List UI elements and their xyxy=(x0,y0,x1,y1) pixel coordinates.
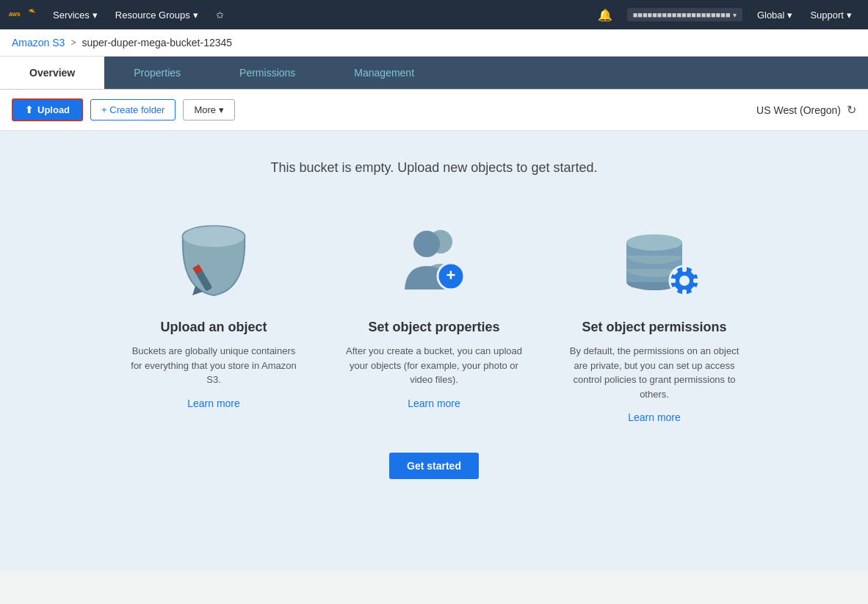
upload-object-icon xyxy=(162,212,265,308)
refresh-icon[interactable]: ↻ xyxy=(847,103,856,117)
nav-global[interactable]: Global ▾ xyxy=(750,0,800,29)
create-folder-button[interactable]: + Create folder xyxy=(90,99,176,121)
cards-container: Upload an object Buckets are globally un… xyxy=(15,212,853,423)
tab-management[interactable]: Management xyxy=(325,57,444,89)
svg-point-16 xyxy=(626,234,682,251)
tab-overview[interactable]: Overview xyxy=(0,57,104,89)
get-started-row: Get started xyxy=(15,453,853,479)
region-label: US West (Oregon) ↻ xyxy=(756,103,856,117)
set-permissions-icon xyxy=(603,212,706,308)
more-button[interactable]: More ▾ xyxy=(183,99,235,121)
svg-text:aws: aws xyxy=(9,11,21,18)
svg-rect-19 xyxy=(682,266,687,272)
chevron-down-icon: ▾ xyxy=(787,10,792,21)
card-upload-title: Upload an object xyxy=(160,320,267,335)
svg-text:+: + xyxy=(446,266,456,284)
card-properties: + Set object properties After you create… xyxy=(346,212,522,423)
aws-logo[interactable]: aws xyxy=(9,6,37,24)
empty-message: This bucket is empty. Upload new objects… xyxy=(15,160,853,176)
action-bar: ⬆ Upload + Create folder More ▾ US West … xyxy=(0,90,868,131)
card-upload-desc: Buckets are globally unique containers f… xyxy=(126,344,302,387)
chevron-down-icon: ▾ xyxy=(193,10,198,21)
svg-rect-20 xyxy=(682,290,687,295)
account-selector[interactable]: ■■■■■■■■■■■■■■■■■■■■ ▾ xyxy=(627,8,742,21)
breadcrumb-separator: > xyxy=(70,37,76,48)
tab-permissions[interactable]: Permissions xyxy=(210,57,325,89)
card-permissions: Set object permissions By default, the p… xyxy=(566,212,742,423)
top-nav: aws Services ▾ Resource Groups ▾ ✩ 🔔 ■■■… xyxy=(0,0,868,29)
tab-properties[interactable]: Properties xyxy=(104,57,210,89)
chevron-down-icon: ▾ xyxy=(219,104,224,115)
star-icon: ✩ xyxy=(216,10,224,21)
card-properties-title: Set object properties xyxy=(368,320,499,335)
nav-support[interactable]: Support ▾ xyxy=(803,0,859,29)
svg-point-18 xyxy=(679,276,690,286)
svg-rect-22 xyxy=(693,278,699,283)
chevron-down-icon: ▾ xyxy=(93,10,98,21)
nav-services[interactable]: Services ▾ xyxy=(46,0,105,29)
svg-point-2 xyxy=(183,226,245,247)
upload-button[interactable]: ⬆ Upload xyxy=(12,98,83,121)
learn-more-upload[interactable]: Learn more xyxy=(187,398,240,409)
nav-resource-groups[interactable]: Resource Groups ▾ xyxy=(108,0,206,29)
get-started-button[interactable]: Get started xyxy=(389,453,479,479)
main-content: This bucket is empty. Upload new objects… xyxy=(0,131,868,572)
upload-icon: ⬆ xyxy=(25,104,33,115)
nav-bookmarks[interactable]: ✩ xyxy=(209,0,231,29)
svg-rect-21 xyxy=(670,278,676,283)
card-permissions-desc: By default, the permissions on an object… xyxy=(566,344,742,401)
set-properties-icon: + xyxy=(383,212,485,308)
chevron-down-icon: ▾ xyxy=(847,10,852,21)
breadcrumb-s3-link[interactable]: Amazon S3 xyxy=(12,37,65,48)
notifications-bell[interactable]: 🔔 xyxy=(598,8,612,22)
learn-more-permissions[interactable]: Learn more xyxy=(628,411,681,423)
card-upload: Upload an object Buckets are globally un… xyxy=(126,212,302,423)
card-properties-desc: After you create a bucket, you can uploa… xyxy=(346,344,522,387)
breadcrumb: Amazon S3 > super-duper-mega-bucket-1234… xyxy=(0,29,868,57)
learn-more-properties[interactable]: Learn more xyxy=(408,398,460,409)
tabs-bar: Overview Properties Permissions Manageme… xyxy=(0,57,868,90)
svg-point-7 xyxy=(413,231,440,257)
breadcrumb-bucket-name: super-duper-mega-bucket-12345 xyxy=(82,37,232,48)
card-permissions-title: Set object permissions xyxy=(582,320,726,335)
